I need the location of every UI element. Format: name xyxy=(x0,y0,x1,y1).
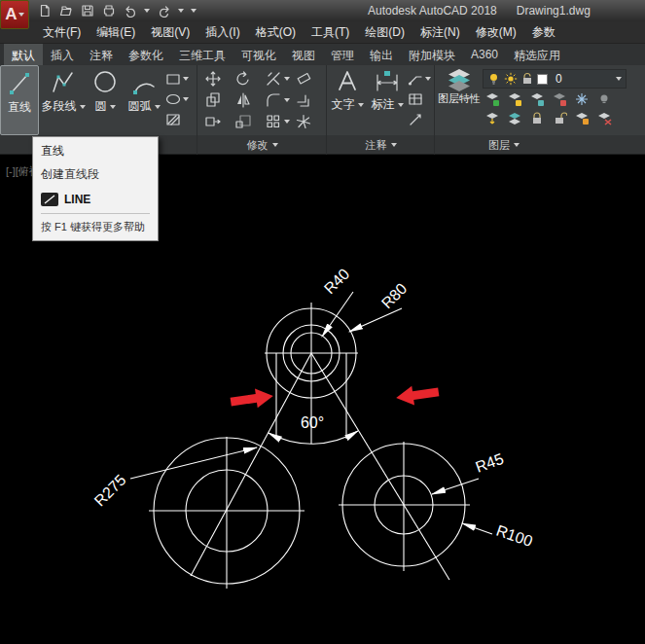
layer-isolate-button[interactable] xyxy=(529,91,545,107)
chevron-down-icon xyxy=(183,97,189,101)
layer-walk-button[interactable] xyxy=(507,110,522,125)
line-button[interactable]: 直线 xyxy=(0,65,39,135)
rectangle-icon xyxy=(165,71,181,87)
layer-unisolate-button[interactable] xyxy=(552,91,567,107)
undo-arrow-icon xyxy=(124,4,137,18)
layer-unlock-button[interactable] xyxy=(552,110,567,125)
table-button[interactable] xyxy=(408,90,431,108)
leader-button[interactable] xyxy=(408,70,431,88)
arc-button[interactable]: 圆弧 xyxy=(123,65,165,135)
panel-label-layers[interactable]: 图层 xyxy=(436,135,572,155)
layer-merge-button[interactable] xyxy=(574,110,590,125)
tab-a360[interactable]: A360 xyxy=(463,44,506,65)
layer-match-button[interactable] xyxy=(484,91,500,107)
chevron-down-icon xyxy=(18,13,24,17)
stretch-button[interactable] xyxy=(204,113,234,130)
layer-lock-button[interactable] xyxy=(529,110,545,125)
menu-file[interactable]: 文件(F) xyxy=(35,20,89,45)
hatch-icon xyxy=(165,112,181,127)
trim-button[interactable] xyxy=(265,70,295,88)
menu-tools[interactable]: 工具(T) xyxy=(304,20,357,45)
tab-output[interactable]: 输出 xyxy=(362,44,401,65)
r80-label: R80 xyxy=(378,280,411,312)
menu-parametric[interactable]: 参数 xyxy=(524,20,563,45)
chevron-down-icon xyxy=(425,77,431,81)
tab-insert[interactable]: 插入 xyxy=(43,44,82,65)
red-arrow-right xyxy=(395,382,440,408)
window-title: Autodesk AutoCAD 2018 Drawing1.dwg xyxy=(368,4,591,18)
markup-button[interactable] xyxy=(408,111,431,128)
hatch-button[interactable] xyxy=(165,111,189,128)
fillet-button[interactable] xyxy=(265,91,295,109)
menu-draw[interactable]: 绘图(D) xyxy=(357,20,412,45)
undo-button[interactable] xyxy=(123,4,137,18)
line-tooltip: 直线 创建直线段 LINE 按 F1 键获得更多帮助 xyxy=(32,136,159,241)
layer-properties-button[interactable]: 图层特性 xyxy=(436,65,483,135)
layer-delete-button[interactable] xyxy=(596,110,612,125)
new-file-button[interactable] xyxy=(37,4,52,18)
offset-button[interactable] xyxy=(295,91,325,109)
move-icon xyxy=(204,70,222,88)
panel-label-modify[interactable]: 修改 xyxy=(198,135,327,155)
menu-view[interactable]: 视图(V) xyxy=(143,20,197,45)
document-title: Drawing1.dwg xyxy=(517,4,591,18)
markup-icon xyxy=(408,112,423,127)
explode-button[interactable] xyxy=(295,113,325,130)
scale-button[interactable] xyxy=(234,113,265,130)
text-button[interactable]: 文字 xyxy=(328,65,367,135)
erase-icon xyxy=(295,70,312,88)
circle-button[interactable]: 圆 xyxy=(88,65,123,135)
tab-home[interactable]: 默认 xyxy=(4,44,43,65)
tab-manage[interactable]: 管理 xyxy=(323,44,362,65)
layer-dropdown[interactable]: 0 xyxy=(483,69,627,89)
rectangle-button[interactable] xyxy=(165,70,189,88)
layer-freeze-button[interactable] xyxy=(574,91,590,107)
annotate-extra-tools xyxy=(408,65,431,135)
polyline-button[interactable]: 多段线 xyxy=(39,65,88,135)
arc-icon xyxy=(131,68,157,97)
menu-edit[interactable]: 编辑(E) xyxy=(89,20,143,45)
tab-visualize[interactable]: 可视化 xyxy=(233,44,284,65)
tab-3d-tools[interactable]: 三维工具 xyxy=(171,44,233,65)
undo-dropdown-icon[interactable] xyxy=(144,9,150,13)
make-current-button[interactable] xyxy=(484,110,500,125)
tab-featured-apps[interactable]: 精选应用 xyxy=(506,44,568,65)
layer-prev-button[interactable] xyxy=(507,91,522,107)
chevron-down-icon xyxy=(284,98,290,102)
mirror-button[interactable] xyxy=(234,91,265,109)
rotate-button[interactable] xyxy=(234,70,265,88)
menu-dimension[interactable]: 标注(N) xyxy=(412,20,468,45)
unlock-icon xyxy=(521,72,533,86)
tab-annotate[interactable]: 注释 xyxy=(82,44,121,65)
panel-label-annotate[interactable]: 注释 xyxy=(328,135,435,155)
chevron-down-icon xyxy=(155,105,161,109)
application-menu-button[interactable]: A xyxy=(0,0,29,29)
draw-extra-tools xyxy=(165,65,189,135)
ellipse-button[interactable] xyxy=(165,90,189,108)
tab-add-ins[interactable]: 附加模块 xyxy=(401,44,463,65)
layer-off-button[interactable] xyxy=(596,91,612,107)
save-disk-icon xyxy=(81,4,94,18)
array-icon xyxy=(265,113,282,130)
redo-dropdown-icon[interactable] xyxy=(178,9,184,13)
menu-insert[interactable]: 插入(I) xyxy=(197,20,247,45)
redo-button[interactable] xyxy=(157,4,171,18)
tab-view[interactable]: 视图 xyxy=(284,44,323,65)
tooltip-description: 创建直线段 xyxy=(41,166,150,183)
app-title: Autodesk AutoCAD 2018 xyxy=(368,4,497,18)
qat-customize-icon[interactable] xyxy=(191,9,197,13)
array-button[interactable] xyxy=(265,113,295,130)
panel-draw: 直线 多段线 圆 圆弧 xyxy=(0,65,197,135)
menu-format[interactable]: 格式(O) xyxy=(248,20,304,45)
menu-bar: 文件(F) 编辑(E) 视图(V) 插入(I) 格式(O) 工具(T) 绘图(D… xyxy=(0,21,645,44)
copy-button[interactable] xyxy=(204,91,234,109)
open-file-button[interactable] xyxy=(58,4,73,18)
trim-icon xyxy=(265,70,282,88)
move-button[interactable] xyxy=(204,70,234,88)
dimension-button[interactable]: 标注 xyxy=(367,65,408,135)
save-button[interactable] xyxy=(80,4,94,18)
erase-button[interactable] xyxy=(295,70,325,88)
tab-parametric[interactable]: 参数化 xyxy=(121,44,171,65)
menu-modify[interactable]: 修改(M) xyxy=(468,20,524,45)
plot-button[interactable] xyxy=(101,4,116,18)
